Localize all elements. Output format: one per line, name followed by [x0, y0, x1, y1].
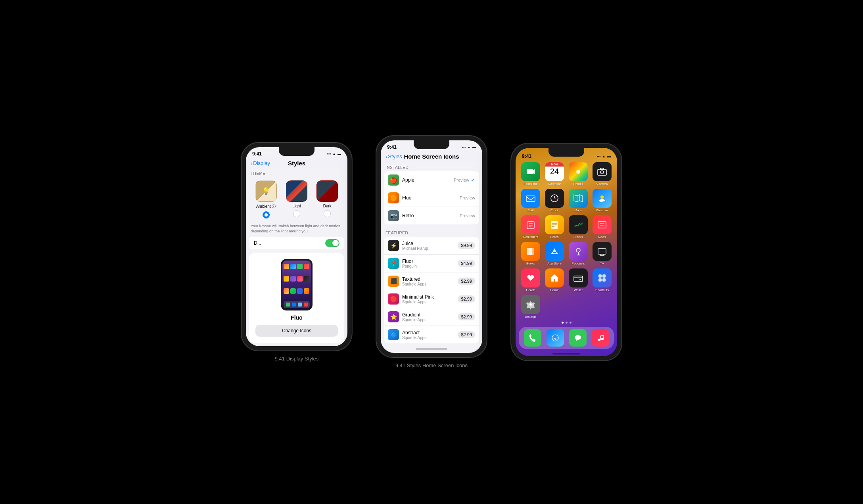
appstore-label: App Store — [547, 262, 562, 265]
home-row3: Reminders Notes Stocks — [516, 214, 617, 240]
list-item-textured[interactable]: ⬛ Textured Squircle Apps $2.99 — [384, 272, 479, 290]
theme-ambient[interactable]: 💡 Ambient ⓘ — [255, 180, 277, 218]
app-health[interactable]: Health — [520, 268, 542, 292]
preview-icon-3 — [297, 264, 303, 269]
app-camera[interactable]: Camera — [591, 162, 613, 186]
phone1-nav-bar: ‹ Display Styles — [246, 158, 347, 169]
app-clock[interactable]: Clock — [543, 189, 566, 212]
preview-icon-8 — [304, 276, 309, 282]
abstract-content: Abstract Squircle Apps — [402, 330, 455, 340]
app-maps[interactable]: Maps — [567, 189, 589, 212]
dot-2 — [566, 322, 568, 324]
list-item-apple[interactable]: 🍎 Apple Preview ✓ — [384, 171, 479, 189]
dock-icon-2 — [292, 303, 296, 307]
juice-content: Juice Michael Flarup — [402, 241, 455, 251]
list-item-minimalist[interactable]: 🔴 Minimalist Pink Squircle Apps $2.99 — [384, 290, 479, 308]
app-shortcuts[interactable]: Shortcuts — [591, 268, 613, 292]
preview-icon-1 — [284, 264, 289, 269]
dock-phone[interactable] — [524, 329, 541, 347]
apple-preview[interactable]: Preview — [454, 178, 469, 182]
theme-dark[interactable]: Dark — [316, 180, 338, 218]
app-stocks[interactable]: Stocks — [567, 215, 589, 239]
app-appstore[interactable]: App Store — [543, 242, 566, 265]
minimalist-price[interactable]: $2.99 — [458, 295, 475, 303]
camera-label: Camera — [596, 182, 608, 186]
phone2-caption-title: 9.41 Styles Home Screen Icons — [395, 362, 468, 368]
list-item-abstract[interactable]: 🔷 Abstract Squircle Apps $2.99 — [384, 326, 479, 343]
dock-music[interactable] — [592, 329, 609, 347]
list-item-gradient[interactable]: ⭐ Gradient Squircle Apps $2.99 — [384, 308, 479, 326]
home-icon — [545, 268, 564, 287]
list-item-fluoplus[interactable]: 📍 Fluo+ Penguin $4.99 — [384, 255, 479, 272]
phone3-wrapper: 9:41 ▪▪▪ ▲ ▬ FaceTime — [511, 143, 622, 361]
retro-icon: 📷 — [388, 210, 399, 221]
mail-label: Mail — [528, 209, 534, 212]
calendar-label: Calendar — [548, 182, 561, 186]
apple-name: Apple — [402, 177, 451, 183]
app-settings[interactable]: Settings — [520, 295, 542, 318]
fluoplus-icon: 📍 — [388, 258, 399, 269]
app-podcasts[interactable]: Podcasts — [567, 242, 589, 265]
svg-point-4 — [600, 171, 604, 174]
svg-rect-22 — [598, 222, 606, 228]
apple-icon: 🍎 — [388, 174, 399, 186]
app-weather[interactable]: Weather — [591, 189, 613, 212]
app-tv[interactable]: TV — [591, 242, 613, 265]
toggle-switch[interactable] — [325, 239, 339, 247]
list-item-juice[interactable]: ⚡ Juice Michael Flarup $9.99 — [384, 237, 479, 255]
books-label: Books — [526, 262, 535, 265]
dock-messages[interactable] — [569, 329, 587, 347]
maps-label: Maps — [574, 209, 582, 212]
textured-name: Textured — [402, 276, 455, 282]
stocks-label: Stocks — [573, 235, 583, 239]
fluoplus-price[interactable]: $4.99 — [458, 260, 475, 267]
phone2-notch — [414, 140, 449, 149]
app-facetime[interactable]: FaceTime — [520, 162, 542, 186]
dock-safari[interactable] — [547, 329, 564, 347]
app-books[interactable]: Books — [520, 242, 542, 265]
retro-preview[interactable]: Preview — [460, 213, 475, 218]
dark-radio[interactable] — [324, 210, 331, 217]
svg-point-13 — [600, 195, 604, 199]
app-calendar[interactable]: MON 24 Calendar — [543, 162, 566, 186]
list-item-fluo[interactable]: 🟠 Fluo Preview — [384, 189, 479, 207]
fluo-right: Preview — [460, 195, 475, 200]
phone1-caption-title: 9.41 Display Styles — [275, 356, 319, 362]
list-item-retro[interactable]: 📷 Retro Preview — [384, 207, 479, 224]
notes-label: Notes — [550, 235, 559, 239]
textured-price[interactable]: $2.99 — [458, 278, 475, 285]
juice-price[interactable]: $9.99 — [458, 242, 475, 249]
app-wallet[interactable]: Wallet — [567, 268, 589, 292]
app-news[interactable]: News — [591, 215, 613, 239]
app-mail[interactable]: Mail — [520, 189, 542, 212]
theme-light[interactable]: Light — [286, 180, 307, 218]
app-empty2 — [567, 295, 589, 318]
signal-icon2: ▪▪▪ — [462, 145, 466, 149]
app-notes[interactable]: Notes — [543, 215, 566, 239]
reminders-icon — [521, 215, 540, 234]
stocks-icon — [569, 215, 588, 234]
svg-point-30 — [576, 248, 580, 252]
home-row2: Mail Clock Maps — [516, 187, 617, 214]
apple-checkmark: ✓ — [471, 177, 475, 183]
app-photos[interactable]: Photos — [567, 162, 589, 186]
app-reminders[interactable]: Reminders — [520, 215, 542, 239]
phone3-status-icons: ▪▪▪ ▲ ▬ — [597, 154, 611, 158]
fluo-preview[interactable]: Preview — [460, 195, 475, 200]
phone2-nav-back[interactable]: ‹ Styles — [385, 153, 402, 159]
photos-icon — [569, 162, 588, 181]
app-home[interactable]: Home — [543, 268, 566, 292]
phone1-nav-back[interactable]: ‹ Display — [251, 160, 270, 166]
ambient-radio[interactable] — [263, 211, 270, 218]
gradient-price[interactable]: $2.99 — [458, 313, 475, 320]
dock-icon-3 — [298, 303, 302, 307]
preview-icon-9 — [284, 288, 289, 294]
wifi-icon2: ▲ — [467, 145, 471, 149]
change-icons-button[interactable]: Change Icons — [255, 325, 338, 337]
abstract-price[interactable]: $2.99 — [458, 331, 475, 338]
svg-point-50 — [598, 339, 600, 341]
podcasts-icon — [569, 242, 588, 261]
theme-section-label: THEME — [246, 169, 347, 177]
textured-icon: ⬛ — [388, 276, 399, 287]
light-radio[interactable] — [293, 210, 300, 217]
